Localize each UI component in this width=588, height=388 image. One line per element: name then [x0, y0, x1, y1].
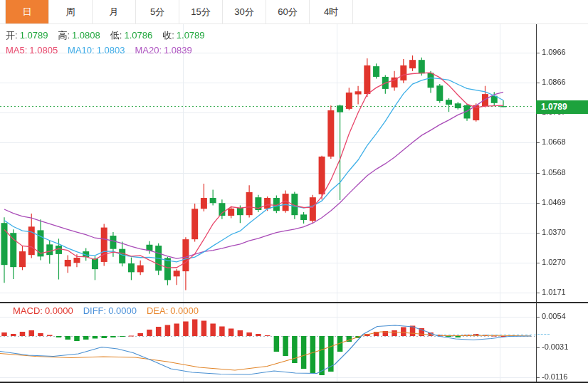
price-axis-tick-label: 1.0866	[542, 78, 566, 86]
tab-4hour[interactable]: 4时	[310, 0, 353, 23]
price-axis-tick-label: 1.0370	[542, 228, 566, 236]
price-axis-tick-label: 1.0270	[542, 258, 566, 266]
legend-item: DIFF:0.0000	[83, 305, 137, 316]
forex-chart-app: 日周月5分15分30分60分4时 开:1.0789高:1.0808低:1.078…	[0, 0, 588, 388]
price-axis-tick-label: 1.0568	[542, 168, 566, 177]
panel-separator-bottom	[0, 382, 588, 383]
legend-label: 低:	[110, 30, 122, 41]
legend-item: MACD:0.0000	[13, 305, 73, 316]
candlestick-macd-chart-canvas[interactable]	[0, 0, 588, 388]
price-axis-tick-label: 1.0668	[542, 137, 566, 146]
legend-value: 1.0786	[124, 30, 152, 41]
legend-value: 1.0789	[177, 30, 205, 41]
legend-value: 0.0000	[45, 305, 73, 316]
legend-label: MACD:	[13, 305, 43, 316]
timeframe-toolbar: 日周月5分15分30分60分4时	[0, 0, 588, 24]
tab-30min[interactable]: 30分	[223, 0, 266, 23]
price-axis-tick-label: 1.0469	[542, 198, 566, 206]
tab-day[interactable]: 日	[6, 0, 49, 23]
ma-legend: MA5:1.0805MA10:1.0803MA20:1.0839	[6, 45, 202, 56]
legend-item: 高:1.0808	[58, 29, 100, 42]
legend-item: MA5:1.0805	[6, 45, 58, 56]
legend-label: 收:	[162, 30, 174, 41]
axis-border	[536, 23, 537, 382]
timeframe-tabs: 日周月5分15分30分60分4时	[5, 0, 353, 23]
legend-item: MA10:1.0803	[68, 45, 125, 56]
legend-label: MA5:	[6, 45, 27, 56]
macd-legend: MACD:0.0000DIFF:0.0000DEA:0.0000	[13, 305, 209, 316]
panel-separator-top	[0, 302, 588, 303]
legend-value: 0.0000	[170, 305, 199, 316]
legend-item: DEA:0.0000	[147, 305, 199, 316]
legend-value: 1.0789	[20, 30, 48, 41]
tab-week[interactable]: 周	[49, 0, 93, 23]
tab-5min[interactable]: 5分	[136, 0, 179, 23]
legend-item: 低:1.0786	[110, 29, 152, 42]
legend-item: 开:1.0789	[6, 29, 48, 42]
legend-label: DIFF:	[83, 305, 107, 316]
diff-zero-dashed-line	[537, 334, 550, 335]
legend-label: MA10:	[68, 45, 95, 56]
ohlc-legend: 开:1.0789高:1.0808低:1.0786收:1.0789	[6, 29, 215, 42]
legend-value: 1.0808	[72, 30, 100, 41]
tab-month[interactable]: 月	[93, 0, 136, 23]
legend-value: 0.0000	[108, 305, 137, 316]
legend-item: 收:1.0789	[162, 29, 204, 42]
current-price-tag: 1.0789	[536, 100, 588, 114]
tab-60min[interactable]: 60分	[266, 0, 310, 23]
legend-value: 1.0839	[164, 45, 192, 56]
legend-label: 高:	[58, 30, 70, 41]
price-axis-tick-label: 1.0171	[542, 288, 566, 296]
price-axis-tick-label: 1.0966	[542, 48, 566, 56]
tab-15min[interactable]: 15分	[179, 0, 223, 23]
legend-label: 开:	[6, 30, 18, 41]
legend-value: 1.0805	[29, 45, 58, 56]
legend-value: 1.0803	[97, 45, 125, 56]
legend-item: MA20:1.0839	[135, 45, 191, 56]
macd-axis-tick-label: -0.0031	[542, 342, 568, 351]
macd-axis-tick-label: -0.0116	[542, 372, 568, 381]
macd-axis-tick-label: 0.0054	[542, 312, 566, 320]
legend-label: MA20:	[135, 45, 162, 56]
legend-label: DEA:	[147, 305, 168, 316]
